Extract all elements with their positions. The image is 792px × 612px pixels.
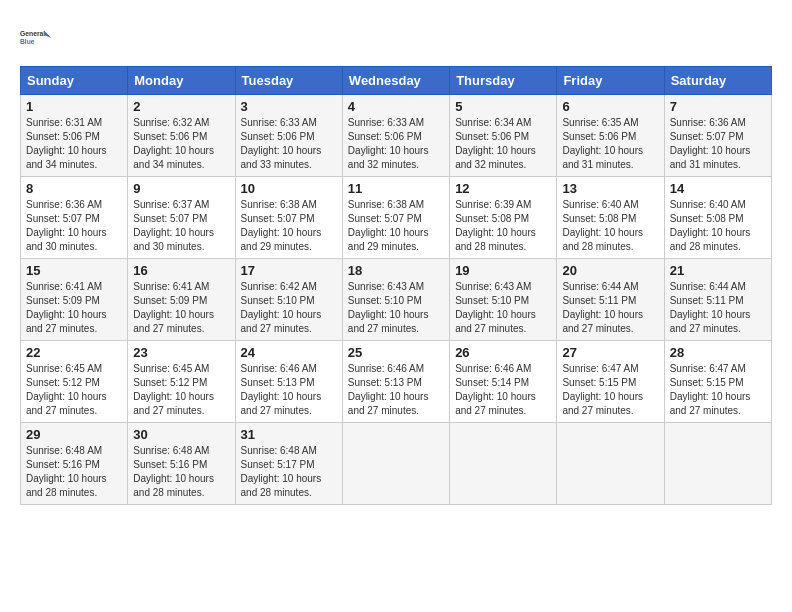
day-number: 10 [241, 181, 337, 196]
day-info: Sunrise: 6:39 AMSunset: 5:08 PMDaylight:… [455, 198, 551, 254]
calendar-cell: 31Sunrise: 6:48 AMSunset: 5:17 PMDayligh… [235, 423, 342, 505]
svg-text:Blue: Blue [20, 38, 35, 45]
day-info: Sunrise: 6:32 AMSunset: 5:06 PMDaylight:… [133, 116, 229, 172]
day-info: Sunrise: 6:36 AMSunset: 5:07 PMDaylight:… [26, 198, 122, 254]
day-number: 31 [241, 427, 337, 442]
day-info: Sunrise: 6:38 AMSunset: 5:07 PMDaylight:… [348, 198, 444, 254]
day-info: Sunrise: 6:35 AMSunset: 5:06 PMDaylight:… [562, 116, 658, 172]
day-info: Sunrise: 6:41 AMSunset: 5:09 PMDaylight:… [26, 280, 122, 336]
calendar-cell [450, 423, 557, 505]
day-number: 18 [348, 263, 444, 278]
calendar-week-1: 8Sunrise: 6:36 AMSunset: 5:07 PMDaylight… [21, 177, 772, 259]
calendar-cell: 25Sunrise: 6:46 AMSunset: 5:13 PMDayligh… [342, 341, 449, 423]
day-info: Sunrise: 6:31 AMSunset: 5:06 PMDaylight:… [26, 116, 122, 172]
calendar-cell: 6Sunrise: 6:35 AMSunset: 5:06 PMDaylight… [557, 95, 664, 177]
day-number: 29 [26, 427, 122, 442]
day-number: 21 [670, 263, 766, 278]
day-info: Sunrise: 6:46 AMSunset: 5:13 PMDaylight:… [348, 362, 444, 418]
calendar-cell: 29Sunrise: 6:48 AMSunset: 5:16 PMDayligh… [21, 423, 128, 505]
calendar-cell: 18Sunrise: 6:43 AMSunset: 5:10 PMDayligh… [342, 259, 449, 341]
day-info: Sunrise: 6:41 AMSunset: 5:09 PMDaylight:… [133, 280, 229, 336]
day-info: Sunrise: 6:43 AMSunset: 5:10 PMDaylight:… [348, 280, 444, 336]
day-info: Sunrise: 6:47 AMSunset: 5:15 PMDaylight:… [562, 362, 658, 418]
day-info: Sunrise: 6:36 AMSunset: 5:07 PMDaylight:… [670, 116, 766, 172]
day-number: 9 [133, 181, 229, 196]
svg-text:General: General [20, 30, 45, 37]
day-info: Sunrise: 6:40 AMSunset: 5:08 PMDaylight:… [562, 198, 658, 254]
calendar-week-0: 1Sunrise: 6:31 AMSunset: 5:06 PMDaylight… [21, 95, 772, 177]
calendar-cell: 11Sunrise: 6:38 AMSunset: 5:07 PMDayligh… [342, 177, 449, 259]
calendar-cell: 3Sunrise: 6:33 AMSunset: 5:06 PMDaylight… [235, 95, 342, 177]
page-header: GeneralBlue [20, 20, 772, 56]
day-info: Sunrise: 6:33 AMSunset: 5:06 PMDaylight:… [348, 116, 444, 172]
day-number: 17 [241, 263, 337, 278]
calendar-week-3: 22Sunrise: 6:45 AMSunset: 5:12 PMDayligh… [21, 341, 772, 423]
calendar-cell: 10Sunrise: 6:38 AMSunset: 5:07 PMDayligh… [235, 177, 342, 259]
calendar-week-4: 29Sunrise: 6:48 AMSunset: 5:16 PMDayligh… [21, 423, 772, 505]
day-number: 16 [133, 263, 229, 278]
calendar-cell [557, 423, 664, 505]
col-header-tuesday: Tuesday [235, 67, 342, 95]
day-number: 25 [348, 345, 444, 360]
col-header-friday: Friday [557, 67, 664, 95]
day-info: Sunrise: 6:37 AMSunset: 5:07 PMDaylight:… [133, 198, 229, 254]
day-info: Sunrise: 6:38 AMSunset: 5:07 PMDaylight:… [241, 198, 337, 254]
calendar-cell [664, 423, 771, 505]
day-number: 14 [670, 181, 766, 196]
col-header-monday: Monday [128, 67, 235, 95]
day-info: Sunrise: 6:42 AMSunset: 5:10 PMDaylight:… [241, 280, 337, 336]
calendar-cell: 26Sunrise: 6:46 AMSunset: 5:14 PMDayligh… [450, 341, 557, 423]
calendar-cell: 30Sunrise: 6:48 AMSunset: 5:16 PMDayligh… [128, 423, 235, 505]
day-info: Sunrise: 6:46 AMSunset: 5:14 PMDaylight:… [455, 362, 551, 418]
day-info: Sunrise: 6:44 AMSunset: 5:11 PMDaylight:… [562, 280, 658, 336]
calendar-cell: 14Sunrise: 6:40 AMSunset: 5:08 PMDayligh… [664, 177, 771, 259]
day-info: Sunrise: 6:45 AMSunset: 5:12 PMDaylight:… [133, 362, 229, 418]
calendar-cell: 13Sunrise: 6:40 AMSunset: 5:08 PMDayligh… [557, 177, 664, 259]
calendar-cell: 22Sunrise: 6:45 AMSunset: 5:12 PMDayligh… [21, 341, 128, 423]
calendar-cell: 5Sunrise: 6:34 AMSunset: 5:06 PMDaylight… [450, 95, 557, 177]
day-info: Sunrise: 6:48 AMSunset: 5:16 PMDaylight:… [133, 444, 229, 500]
day-info: Sunrise: 6:33 AMSunset: 5:06 PMDaylight:… [241, 116, 337, 172]
calendar-cell: 4Sunrise: 6:33 AMSunset: 5:06 PMDaylight… [342, 95, 449, 177]
logo: GeneralBlue [20, 20, 56, 56]
day-info: Sunrise: 6:46 AMSunset: 5:13 PMDaylight:… [241, 362, 337, 418]
calendar-cell: 21Sunrise: 6:44 AMSunset: 5:11 PMDayligh… [664, 259, 771, 341]
calendar-cell: 24Sunrise: 6:46 AMSunset: 5:13 PMDayligh… [235, 341, 342, 423]
calendar-cell: 15Sunrise: 6:41 AMSunset: 5:09 PMDayligh… [21, 259, 128, 341]
logo-icon: GeneralBlue [20, 20, 56, 56]
day-number: 7 [670, 99, 766, 114]
calendar-table: SundayMondayTuesdayWednesdayThursdayFrid… [20, 66, 772, 505]
day-number: 22 [26, 345, 122, 360]
day-info: Sunrise: 6:44 AMSunset: 5:11 PMDaylight:… [670, 280, 766, 336]
calendar-header-row: SundayMondayTuesdayWednesdayThursdayFrid… [21, 67, 772, 95]
day-info: Sunrise: 6:34 AMSunset: 5:06 PMDaylight:… [455, 116, 551, 172]
day-number: 3 [241, 99, 337, 114]
day-number: 8 [26, 181, 122, 196]
day-info: Sunrise: 6:45 AMSunset: 5:12 PMDaylight:… [26, 362, 122, 418]
calendar-cell: 17Sunrise: 6:42 AMSunset: 5:10 PMDayligh… [235, 259, 342, 341]
calendar-week-2: 15Sunrise: 6:41 AMSunset: 5:09 PMDayligh… [21, 259, 772, 341]
calendar-cell: 1Sunrise: 6:31 AMSunset: 5:06 PMDaylight… [21, 95, 128, 177]
calendar-cell: 27Sunrise: 6:47 AMSunset: 5:15 PMDayligh… [557, 341, 664, 423]
day-number: 11 [348, 181, 444, 196]
day-number: 15 [26, 263, 122, 278]
day-info: Sunrise: 6:48 AMSunset: 5:16 PMDaylight:… [26, 444, 122, 500]
day-number: 27 [562, 345, 658, 360]
day-number: 5 [455, 99, 551, 114]
day-number: 4 [348, 99, 444, 114]
day-number: 19 [455, 263, 551, 278]
calendar-cell: 7Sunrise: 6:36 AMSunset: 5:07 PMDaylight… [664, 95, 771, 177]
calendar-cell: 19Sunrise: 6:43 AMSunset: 5:10 PMDayligh… [450, 259, 557, 341]
day-number: 26 [455, 345, 551, 360]
col-header-saturday: Saturday [664, 67, 771, 95]
day-info: Sunrise: 6:40 AMSunset: 5:08 PMDaylight:… [670, 198, 766, 254]
calendar-cell: 23Sunrise: 6:45 AMSunset: 5:12 PMDayligh… [128, 341, 235, 423]
calendar-cell: 12Sunrise: 6:39 AMSunset: 5:08 PMDayligh… [450, 177, 557, 259]
day-number: 28 [670, 345, 766, 360]
col-header-wednesday: Wednesday [342, 67, 449, 95]
day-info: Sunrise: 6:48 AMSunset: 5:17 PMDaylight:… [241, 444, 337, 500]
day-info: Sunrise: 6:43 AMSunset: 5:10 PMDaylight:… [455, 280, 551, 336]
calendar-cell: 20Sunrise: 6:44 AMSunset: 5:11 PMDayligh… [557, 259, 664, 341]
day-number: 30 [133, 427, 229, 442]
day-number: 13 [562, 181, 658, 196]
